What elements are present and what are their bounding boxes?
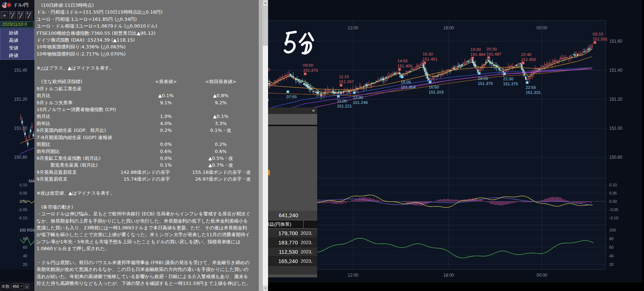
annotation-time: 14:55 bbox=[397, 59, 408, 63]
report-line: FTSE100種総合株価指数:7360.55 (前営業日比▲95.12) bbox=[37, 30, 252, 37]
osc-axis-label: -0.10 bbox=[18, 216, 27, 220]
annotation-time: 22:40 bbox=[521, 52, 531, 57]
dialog-table-row[interactable]: 183,7702023, bbox=[264, 238, 317, 247]
osc-axis-label: 0.05 bbox=[609, 191, 617, 195]
pair-title: ドル/円 bbox=[13, 2, 29, 8]
indicator-row: 9月英商品貿易収支142.88億ポンドの赤字155.16億ポンドの赤字・改 bbox=[37, 169, 252, 176]
report-line bbox=[37, 57, 252, 64]
price-axis-label: 151.20 bbox=[609, 97, 622, 102]
annotation-time: 03:10 bbox=[593, 32, 603, 36]
osc-axis-label: 0.00 bbox=[20, 199, 27, 204]
osc-axis-label: -0.10 bbox=[609, 216, 618, 220]
close-label: 終値 bbox=[0, 52, 34, 59]
report-line: 10年物英国債利回り:4.336% (△0.063%) bbox=[37, 43, 252, 50]
annotation-price: 151.319 bbox=[429, 90, 444, 94]
dialog-table-header: 損益(円換算) bbox=[264, 220, 317, 229]
date-field[interactable]: 2023/11/10 0 bbox=[1, 21, 34, 28]
price-axis-label: 151.60 bbox=[609, 39, 622, 44]
annotation-time: 07:55 bbox=[286, 95, 297, 99]
indicator-table-header: (主な欧州経済指標)<発表値><前回発表値> bbox=[37, 78, 252, 85]
price-axis-label: 151.00 bbox=[609, 126, 622, 131]
price-axis-label: 150.80 bbox=[609, 155, 622, 160]
crosshair-tool-button[interactable]: + bbox=[1, 11, 8, 20]
panel-scrollbar[interactable]: ▲ ▼ bbox=[263, 0, 268, 291]
annotation-price: 151.221 bbox=[337, 104, 352, 108]
osc-axis-label: 0.05 bbox=[20, 191, 27, 195]
report-line: ユーロ・ドル相場:1ユーロ=1.0679ドル (△0.0010ドル) bbox=[37, 23, 252, 29]
annotation-price: 151.354 bbox=[401, 85, 416, 89]
low-label: 安値 bbox=[0, 44, 34, 51]
trendline2-tool-button[interactable]: 2╱ bbox=[17, 11, 25, 20]
report-line: ドイツ株式指数 (DAX) :15234.39 (▲118.15) bbox=[37, 37, 252, 43]
indicator-row: 9月トルコ鉱工業生産 bbox=[37, 85, 252, 92]
trendline-icon: ╱ bbox=[19, 13, 22, 18]
dialog-table-row[interactable]: 179,7002023, bbox=[264, 229, 317, 238]
annotation-price: 151.375 bbox=[303, 68, 318, 72]
annotation-time: 16:30 bbox=[423, 52, 433, 56]
rsi-axis-label: 80 bbox=[609, 237, 614, 241]
annotation-time: 09:00 bbox=[303, 63, 313, 67]
annotation-time: 12:05 bbox=[353, 95, 363, 100]
time-axis-label: 00:00 bbox=[536, 273, 547, 278]
annotation-price: 151.315 bbox=[526, 90, 541, 95]
indicator-row: 前期比0.0%0.2% bbox=[37, 141, 252, 148]
dialog-section-body: ? bbox=[264, 126, 317, 211]
indicator-row: 9月英国内総生産 (GDP、前月比)0.2%0.1%・改 bbox=[37, 127, 252, 134]
osc-axis-label: 0.10 bbox=[609, 183, 617, 187]
indicator-row: 製造業生産高 (前月比)0.1%▲0.7%・改 bbox=[37, 162, 252, 168]
report-line: ※改は改定値、▲はマイナスを表す。 bbox=[37, 190, 252, 196]
price-axis-label: 151.40 bbox=[14, 68, 27, 73]
osc-axis-label: -0.05 bbox=[18, 207, 27, 212]
rsi-axis-label: 100 bbox=[609, 228, 616, 232]
annotation-price: 151.297 bbox=[339, 80, 354, 84]
annotation-price: 151.484 bbox=[471, 52, 486, 57]
ma-pane-label: MA bbox=[29, 179, 35, 183]
annotation-time: 22:55 bbox=[526, 85, 536, 90]
annotation-price: 151.379 bbox=[478, 81, 493, 86]
report-line: ・ユーロドルは伸び悩み。足もとで欧州中央銀行 (ECB) 当局者からインフレを警… bbox=[37, 210, 252, 252]
rsi-axis-label: 60 bbox=[609, 245, 614, 249]
annotation-time: 16:50 bbox=[429, 85, 439, 89]
report-line bbox=[37, 196, 252, 203]
drawing-toolbar: + 1╱ 2╱ 3╱ bbox=[0, 10, 34, 20]
annotation-price: 151.375 bbox=[503, 82, 518, 86]
bar-count-toolbar: 本数: 450▼ ▲ bbox=[0, 282, 34, 291]
indicator-row: 前年比4.0%3.3% bbox=[37, 120, 252, 127]
scroll-down-icon[interactable]: ▼ bbox=[263, 286, 268, 291]
trendline3-tool-button[interactable]: 3╱ bbox=[25, 11, 33, 20]
ohlc-legend: 始値 高値 安値 終値 bbox=[0, 28, 34, 60]
annotation-time: 19:30 bbox=[471, 47, 481, 52]
trendline1-tool-button[interactable]: 1╱ bbox=[9, 11, 16, 20]
high-label: 高値 bbox=[0, 37, 34, 44]
dialog-table-row[interactable]: 165,2402023, bbox=[264, 257, 317, 266]
scroll-up-icon[interactable]: ▲ bbox=[263, 0, 268, 5]
dialog-table-row[interactable]: 112,5302023, bbox=[264, 247, 317, 257]
dialog-section-top bbox=[264, 114, 317, 126]
time-axis-label: 18:00 bbox=[443, 273, 454, 278]
bar-count-up-button[interactable]: ▲ bbox=[25, 284, 29, 289]
rsi-axis-label: 40 bbox=[609, 254, 614, 258]
annotation-price: 151.246 bbox=[353, 100, 368, 105]
report-line: 10年物独国債利回り:2.717% (△0.070%) bbox=[37, 51, 252, 57]
price-axis-label: 151.40 bbox=[609, 68, 622, 73]
price-axis-label: 151.00 bbox=[14, 126, 27, 131]
app-titlebar: ドル/円 bbox=[0, 0, 34, 10]
rsi-axis-label: 40 bbox=[23, 254, 27, 258]
trendline-icon: ╱ bbox=[28, 13, 30, 18]
dialog-total-value: 641,240 bbox=[264, 211, 317, 220]
annotation-time: 19:55 bbox=[478, 76, 488, 81]
report-line bbox=[37, 183, 252, 190]
scrollbar-thumb[interactable] bbox=[263, 6, 268, 46]
indicator-row: 9月トルコ失業率9.1%9.2% bbox=[37, 99, 252, 106]
annotation-price: 151.451 bbox=[423, 57, 438, 61]
report-line: (各市場の動き) bbox=[37, 204, 252, 210]
bar-count-select[interactable]: 450▼ bbox=[11, 283, 24, 289]
annotation-price: 151.450 bbox=[521, 57, 536, 62]
chevron-up-icon: ▲ bbox=[26, 285, 28, 288]
annotation-time: 20:30 bbox=[486, 47, 497, 51]
column-divider bbox=[303, 220, 304, 228]
report-line: (10日終値:11日3時時点) bbox=[37, 2, 252, 9]
chevron-down-icon: ▼ bbox=[20, 284, 23, 289]
dialog-window[interactable]: × ? 641,240 損益(円換算) 179,7002023,183,7702… bbox=[263, 108, 317, 277]
close-icon[interactable]: × bbox=[311, 108, 316, 113]
